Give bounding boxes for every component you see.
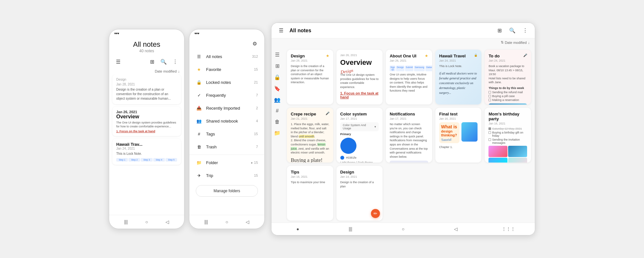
tablet-note-todo[interactable]: To do Jan 24, 2021 🎤 Book a vacation pac… xyxy=(485,50,531,104)
search-icon[interactable]: 🔍 xyxy=(159,57,168,66)
menu-shared-notebook[interactable]: 👥 Shared notebook 4 xyxy=(189,114,264,127)
t-design-body: Design is the creation of a plan or conv… xyxy=(291,64,329,84)
sidebar-trash-icon[interactable]: 🗑 xyxy=(275,119,280,125)
tablet-search-icon[interactable]: 🔍 xyxy=(508,26,517,35)
note-design[interactable]: Design Jan 28, 2021 Design is the creati… xyxy=(112,74,181,104)
manage-folders-btn[interactable]: Manage folders xyxy=(196,185,258,197)
tablet-back-icon[interactable]: ||| xyxy=(347,225,354,233)
menu-folder[interactable]: 📁 Folder ▸ 15 xyxy=(189,156,264,169)
t-final-body: Chapter 1. xyxy=(439,145,478,149)
t-hawaii-lock-icon: 🔒 xyxy=(474,54,478,57)
favorite-icon: ★ xyxy=(196,66,202,73)
tablet-header: ☰ All notes ⊞ 🔍 ⋮ xyxy=(271,23,535,38)
menu-trip[interactable]: ✈ Trip 15 xyxy=(189,169,264,182)
tablet-home-icon[interactable]: ○ xyxy=(400,225,407,233)
t-moms-item2-label: Buying a birthday gift on friday xyxy=(492,131,527,137)
gallery-icon[interactable]: ⊞ xyxy=(147,57,156,66)
sidebar-tag-icon[interactable]: # xyxy=(276,108,279,114)
tablet-note-design-bottom[interactable]: Design Jan 14, 2021 Design is the creati… xyxy=(336,166,383,221)
note-overview[interactable]: Jan 26, 2021 Overview The One UI design … xyxy=(112,107,181,136)
t-color-chevron-icon: ▾ xyxy=(374,125,376,128)
menu-icon[interactable]: ☰ xyxy=(114,57,123,66)
tablet-note-final-test[interactable]: Final test Jan 16, 2021 What is design t… xyxy=(435,108,482,163)
tablet-actions: ⊞ 🔍 ⋮ xyxy=(495,26,530,35)
t-crepe-mic-icon: 🎤 xyxy=(326,112,329,115)
manage-folders-label: Manage folders xyxy=(213,189,240,193)
t-moms-item3: Sending the invitation messages xyxy=(488,138,527,144)
home-nav-icon[interactable]: ○ xyxy=(143,218,150,225)
tablet-note-moms-birthday[interactable]: Mom's birthday party Jan 16, 2021 Saturd… xyxy=(485,108,531,163)
t-moms-item1: Saturday 12 May, 2021 xyxy=(488,127,527,130)
tablet-sort-bar: ⇅ Date modified ↓ xyxy=(271,38,535,46)
tablet-note-notifications[interactable]: Notifications Jan 17, 2021 No matter whi… xyxy=(386,108,432,163)
tablet-note-overview[interactable]: Jan 26, 2021 Overview Design The One UI … xyxy=(336,50,383,104)
t-notif-body: No matter which screen you're on, you ca… xyxy=(390,122,428,159)
tablet-gallery-icon[interactable]: ⊞ xyxy=(495,26,504,35)
t-todo-date: Jan 24, 2021 xyxy=(488,59,505,62)
t-notif-screenshot xyxy=(390,161,428,163)
menu-locked-notes[interactable]: 🔒 Locked notes 21 xyxy=(189,76,264,89)
more-icon[interactable]: ⋮ xyxy=(171,57,180,66)
tablet-note-crepe[interactable]: Crepe recipe Jan 21, 2021 🎤 1. Place the… xyxy=(287,108,333,163)
t-final-title: Final test xyxy=(439,112,478,116)
menu-favorite[interactable]: ★ Favorite 15 xyxy=(189,63,264,76)
phone2-status: ▾▾▾ xyxy=(189,29,264,37)
tablet-grid-icon[interactable]: ⋮⋮⋮ xyxy=(505,225,512,233)
t-todo-checkbox3 xyxy=(488,99,491,101)
overview-title: Overview xyxy=(116,114,177,120)
t-hawaii-body: This is Lock Note. xyxy=(439,64,478,68)
step2: Step 2 xyxy=(128,158,140,162)
sidebar-gallery-icon[interactable]: ⊞ xyxy=(275,63,279,69)
t-final-design-card: What is design thinking? Tutorial xyxy=(439,122,460,143)
phone2-recent-icon[interactable]: ◁ xyxy=(244,218,251,225)
menu-frequently[interactable]: ✓ Frequently 7 xyxy=(189,89,264,102)
t-color-primary-label: Primary xyxy=(340,133,379,136)
tablet-title: All notes xyxy=(289,28,311,34)
phone1-toolbar: ☰ ⊞ 🔍 ⋮ xyxy=(109,55,184,68)
sidebar-bookmark-icon[interactable]: 🔖 xyxy=(274,85,280,92)
back-nav-icon[interactable]: ||| xyxy=(122,218,129,225)
sort-bar: Date modified ↓ xyxy=(109,68,184,74)
t-edit-fab-icon[interactable]: ✏ xyxy=(371,209,380,218)
menu-recently-imported[interactable]: 📥 Recently Imported 2 xyxy=(189,102,264,114)
tablet-recent-icon[interactable]: ◁ xyxy=(452,225,459,233)
recent-nav-icon[interactable]: ◁ xyxy=(164,218,171,225)
t-moms-photo2 xyxy=(508,146,527,157)
menu-favorite-label: Favorite xyxy=(206,67,221,72)
menu-folder-count: ▸ 15 xyxy=(251,161,258,165)
t-notif-date: Jan 17, 2021 xyxy=(390,117,428,120)
t-todo-checkbox2 xyxy=(488,95,491,97)
phone2-back-icon[interactable]: ||| xyxy=(203,218,210,225)
menu-all-notes-count: 312 xyxy=(252,55,258,58)
menu-tags[interactable]: # Tags 15 xyxy=(189,127,264,140)
t-todo-checkbox1 xyxy=(488,91,491,94)
oneui-step4: Samsung xyxy=(414,65,425,71)
menu-folder-label: Folder xyxy=(206,160,218,165)
tablet-note-hawaii[interactable]: Hawaii Travel Jan 24, 2021 🔒 This is Loc… xyxy=(435,50,482,104)
tablet-note-color-system[interactable]: Color system Jan 17, 2021 Color System A… xyxy=(336,108,383,163)
t-design-bottom-date: Jan 14, 2021 xyxy=(340,175,379,178)
tablet-note-design[interactable]: Design Jan 28, 2021 ★ Design is the crea… xyxy=(287,50,333,104)
t-todo-item1: Sending the refund mail xyxy=(488,91,527,94)
t-moms-photos xyxy=(488,146,527,163)
note-hawaii[interactable]: Hawaii Trav... Jan 24, 2021 This is Lock… xyxy=(112,139,181,165)
menu-locked-notes-label: Locked notes xyxy=(206,80,231,85)
tablet-more-icon[interactable]: ⋮ xyxy=(521,26,530,35)
t-todo-week-label: Things to do by this week xyxy=(488,86,527,90)
tablet: ☰ All notes ⊞ 🔍 ⋮ ⇅ Date modified ↓ ☰ ⊞ … xyxy=(271,23,535,235)
t-tips-title: Tips xyxy=(291,170,329,174)
sidebar-folder-icon[interactable]: 📁 xyxy=(274,130,280,136)
settings-icon[interactable]: ⚙ xyxy=(250,39,259,48)
sidebar-lock-icon[interactable]: 🔒 xyxy=(274,74,280,80)
tablet-menu-icon[interactable]: ☰ xyxy=(277,26,286,35)
phone2-home-icon[interactable]: ○ xyxy=(223,218,230,225)
menu-all-notes[interactable]: ☰ All notes 312 xyxy=(189,50,264,63)
menu-trash[interactable]: 🗑 Trash 7 xyxy=(189,140,264,153)
tablet-note-tips[interactable]: Tips Jan 16, 2021 Tips to maximize your … xyxy=(287,166,333,221)
tablet-content: ☰ ⊞ 🔒 🔖 👥 # 🗑 📁 Design Jan 28, 2021 xyxy=(271,46,535,223)
oneui-step1: Sign up xyxy=(390,65,395,71)
sidebar-people-icon[interactable]: 👥 xyxy=(274,97,280,103)
sidebar-menu-icon[interactable]: ☰ xyxy=(275,52,279,58)
t-todo-item3-label: Making a reservation xyxy=(492,98,519,102)
tablet-note-about-one-ui[interactable]: About One UI Jan 26, 2021 ★ Sign up Desi… xyxy=(386,50,432,104)
